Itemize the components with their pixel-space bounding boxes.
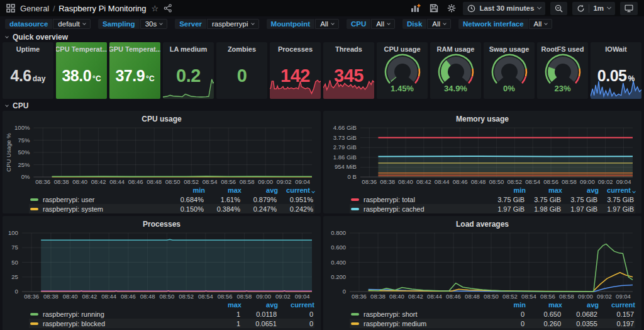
row-header-cpu[interactable]: CPU bbox=[0, 101, 644, 110]
panel-title[interactable]: GPU Temperat... bbox=[109, 45, 160, 53]
variable-value-dropdown[interactable]: raspberrypi bbox=[207, 19, 259, 29]
panel-title[interactable]: Load averages bbox=[323, 216, 641, 230]
share-icon[interactable] bbox=[164, 4, 172, 13]
zoom-out-time-button[interactable] bbox=[550, 2, 567, 15]
svg-text:08:54: 08:54 bbox=[525, 178, 540, 185]
dashboard-settings-button[interactable] bbox=[445, 2, 458, 15]
save-dashboard-button[interactable] bbox=[428, 2, 440, 15]
legend-sort-current[interactable]: current bbox=[599, 186, 635, 194]
legend-sort-min[interactable]: min bbox=[169, 186, 205, 194]
variable-value-dropdown[interactable]: All bbox=[529, 19, 553, 29]
legend-sort-min[interactable]: min bbox=[489, 301, 526, 309]
legend-avg: 0.247% bbox=[240, 205, 277, 213]
legend-sort-current[interactable]: current bbox=[278, 301, 314, 309]
series-toggle[interactable]: raspberrypi: short bbox=[364, 310, 488, 318]
panel-title[interactable]: CPU Temperat... bbox=[56, 45, 107, 53]
svg-text:25%: 25% bbox=[18, 161, 30, 168]
variable-value-dropdown[interactable]: default bbox=[53, 19, 91, 29]
series-toggle[interactable]: raspberrypi: medium bbox=[364, 320, 488, 327]
variable-value-dropdown[interactable]: All bbox=[315, 19, 339, 29]
panel-title[interactable]: CPU usage bbox=[3, 111, 321, 125]
time-range-picker[interactable]: Last 30 minutes bbox=[463, 2, 545, 15]
svg-text:08:48: 08:48 bbox=[465, 293, 480, 300]
series-toggle[interactable]: raspberrypi: running bbox=[43, 310, 204, 318]
stat-value: 0.05 bbox=[597, 67, 627, 85]
legend-max: 3.75 GiB bbox=[525, 196, 561, 203]
series-toggle[interactable]: raspberrypi: blocked bbox=[43, 320, 204, 327]
refresh-interval-label[interactable]: 1m bbox=[593, 4, 604, 12]
svg-text:08:44: 08:44 bbox=[435, 178, 450, 185]
legend-avg: 0.0651 bbox=[240, 320, 277, 327]
legend-avg: 0.0118 bbox=[240, 310, 277, 318]
legend-sort-current[interactable]: current bbox=[599, 301, 635, 309]
gauge bbox=[380, 53, 425, 88]
svg-text:08:44: 08:44 bbox=[427, 293, 442, 300]
variable-value-dropdown[interactable]: All bbox=[371, 19, 395, 29]
dashboards-grid-icon[interactable] bbox=[6, 4, 15, 13]
legend-max: 1.98 GiB bbox=[525, 205, 561, 213]
svg-text:0.800: 0.800 bbox=[331, 230, 346, 236]
legend-sort-max[interactable]: max bbox=[205, 301, 242, 309]
row-header-quick-overview[interactable]: Quick overview bbox=[0, 32, 644, 42]
legend-sort-avg[interactable]: avg bbox=[242, 186, 278, 194]
panel-title[interactable]: RootFS used bbox=[541, 45, 584, 53]
svg-text:08:38: 08:38 bbox=[43, 293, 58, 300]
panel-title[interactable]: Uptime bbox=[16, 45, 40, 53]
gauge-value: 23% bbox=[537, 84, 588, 93]
series-toggle[interactable]: raspberrypi: cached bbox=[364, 205, 488, 213]
dashboard-title[interactable]: Raspberry Pi Monitoring bbox=[58, 4, 146, 13]
variable-value-dropdown[interactable]: All bbox=[427, 19, 451, 29]
series-toggle[interactable]: raspberrypi: system bbox=[43, 205, 167, 213]
legend-sort-max[interactable]: max bbox=[526, 186, 562, 194]
svg-text:08:50: 08:50 bbox=[165, 178, 180, 185]
legend-sort-avg[interactable]: avg bbox=[562, 186, 599, 194]
top-nav-bar: General / Raspberry Pi Monitoring ☆ bbox=[0, 0, 644, 16]
panel-title[interactable]: IOWait bbox=[605, 45, 626, 53]
refresh-icon[interactable] bbox=[577, 4, 585, 13]
gauge-panel-ram-usage: RAM usage 34.9% bbox=[430, 42, 481, 99]
panel-title[interactable]: Zombies bbox=[228, 45, 256, 53]
svg-text:08:58: 08:58 bbox=[559, 293, 574, 300]
svg-text:09:04: 09:04 bbox=[295, 178, 310, 185]
svg-text:08:36: 08:36 bbox=[35, 178, 50, 185]
svg-text:08:52: 08:52 bbox=[502, 293, 518, 300]
series-toggle[interactable]: raspberrypi: total bbox=[364, 196, 488, 203]
memory-usage-plot[interactable]: 08:3608:3808:4008:4208:4408:4608:4808:50… bbox=[326, 125, 639, 186]
panel-title[interactable]: Memory usage bbox=[323, 111, 641, 125]
add-panel-button[interactable] bbox=[409, 2, 423, 15]
kiosk-mode-button[interactable] bbox=[620, 2, 638, 15]
cpu-usage-plot[interactable]: 08:3608:3808:4008:4208:4408:4608:4808:50… bbox=[5, 125, 318, 186]
star-icon[interactable]: ☆ bbox=[152, 4, 159, 13]
gauge-value: 0% bbox=[484, 84, 535, 93]
stat-value: 345 bbox=[334, 65, 364, 86]
panel-title[interactable]: CPU usage bbox=[384, 45, 420, 53]
legend-sort-current[interactable]: current bbox=[278, 186, 314, 194]
legend-sort-avg[interactable]: avg bbox=[242, 301, 278, 309]
series-toggle[interactable]: raspberrypi: user bbox=[43, 196, 167, 203]
breadcrumb-folder[interactable]: General bbox=[20, 4, 49, 13]
panel-title[interactable]: Swap usage bbox=[489, 45, 530, 53]
gauge bbox=[487, 53, 532, 88]
processes-plot[interactable]: 08:3608:3808:4008:4208:4408:4608:4808:50… bbox=[5, 230, 318, 300]
legend-sort-max[interactable]: max bbox=[526, 301, 562, 309]
legend-min: 0 bbox=[488, 310, 525, 318]
panel-title[interactable]: RAM usage bbox=[437, 45, 475, 53]
chevron-down-icon bbox=[607, 5, 611, 9]
svg-text:08:38: 08:38 bbox=[380, 178, 395, 185]
stat-unit: °C bbox=[146, 74, 154, 83]
panel-title[interactable]: Threads bbox=[335, 45, 362, 53]
panel-title[interactable]: Processes bbox=[278, 45, 313, 53]
svg-text:08:40: 08:40 bbox=[63, 293, 78, 300]
load-averages-plot[interactable]: 08:3608:3808:4008:4208:4408:4608:4808:50… bbox=[326, 230, 639, 300]
legend-sort-avg[interactable]: avg bbox=[562, 301, 599, 309]
legend-sort-min[interactable]: min bbox=[489, 186, 526, 194]
collapse-chevron-icon bbox=[5, 35, 9, 38]
variable-value-dropdown[interactable]: 30s bbox=[140, 19, 168, 29]
svg-text:09:02: 09:02 bbox=[598, 178, 613, 185]
save-icon bbox=[430, 4, 438, 13]
svg-text:75%: 75% bbox=[18, 137, 30, 144]
panel-title[interactable]: Processes bbox=[3, 216, 321, 230]
panel-title[interactable]: LA medium bbox=[170, 45, 208, 53]
legend-sort-max[interactable]: max bbox=[205, 186, 242, 194]
legend-max: 0.384% bbox=[204, 205, 240, 213]
